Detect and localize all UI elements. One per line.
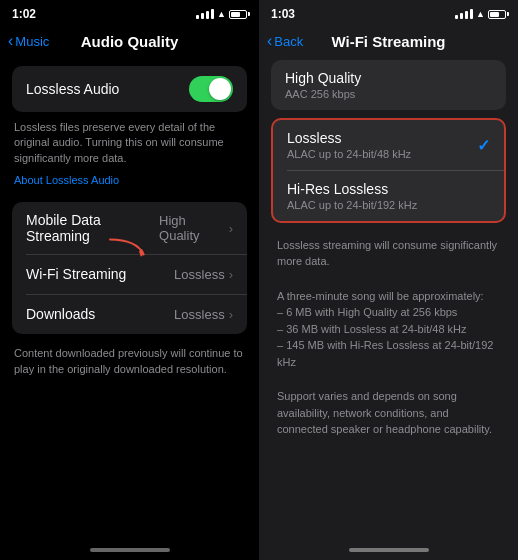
status-bar-left: 1:02 ▲ [0, 0, 259, 24]
nav-bar-left: ‹ Music Audio Quality [0, 24, 259, 60]
lossless-audio-row[interactable]: Lossless Audio [12, 66, 247, 112]
downloads-chevron: › [229, 307, 233, 322]
lossless-link[interactable]: About Lossless Audio [0, 174, 259, 196]
back-button-right[interactable]: ‹ Back [267, 33, 303, 50]
downloads-value: Lossless [174, 307, 225, 322]
signal-icon-right [455, 9, 473, 19]
wifi-streaming-value: Lossless [174, 267, 225, 282]
wifi-streaming-chevron: › [229, 267, 233, 282]
high-quality-name: High Quality [285, 70, 361, 86]
wifi-icon-left: ▲ [217, 9, 226, 19]
mobile-data-label: Mobile Data Streaming [26, 212, 159, 244]
wifi-streaming-right: Lossless › [174, 267, 233, 282]
battery-icon-left [229, 10, 247, 19]
nav-bar-right: ‹ Back Wi-Fi Streaming [259, 24, 518, 60]
info-block: Lossless streaming will consume signific… [271, 231, 506, 446]
footer-description: Content downloaded previously will conti… [0, 340, 259, 383]
lossless-description: Lossless files preserve every detail of … [0, 118, 259, 174]
lossless-row[interactable]: Lossless ALAC up to 24-bit/48 kHz ✓ [273, 120, 504, 170]
back-label-left: Music [15, 34, 49, 49]
right-content: High Quality AAC 256 kbps Lossless ALAC … [259, 60, 518, 540]
lossless-options-group: Lossless ALAC up to 24-bit/48 kHz ✓ Hi-R… [271, 118, 506, 223]
lossless-checkmark: ✓ [477, 136, 490, 155]
right-panel: 1:03 ▲ ‹ Back Wi-Fi Streaming [259, 0, 518, 560]
mobile-data-row[interactable]: Mobile Data Streaming High Quality › [12, 202, 247, 254]
status-icons-right: ▲ [455, 9, 506, 19]
settings-menu: Mobile Data Streaming High Quality › Wi-… [12, 202, 247, 334]
high-quality-sub: AAC 256 kbps [285, 88, 361, 100]
hires-lossless-row[interactable]: Hi-Res Lossless ALAC up to 24-bit/192 kH… [273, 171, 504, 221]
status-icons-left: ▲ [196, 9, 247, 19]
back-button-left[interactable]: ‹ Music [8, 33, 49, 50]
hires-name: Hi-Res Lossless [287, 181, 417, 197]
info-line-4: – 36 MB with Lossless at 24-bit/48 kHz [275, 321, 502, 338]
toggle-knob [209, 78, 231, 100]
time-left: 1:02 [12, 7, 36, 21]
back-chevron-right: ‹ [267, 32, 272, 50]
downloads-row[interactable]: Downloads Lossless › [12, 294, 247, 334]
downloads-right: Lossless › [174, 307, 233, 322]
info-line-6: Support varies and depends on song avail… [275, 388, 502, 438]
lossless-sub: ALAC up to 24-bit/48 kHz [287, 148, 411, 160]
battery-icon-right [488, 10, 506, 19]
info-line-3: – 6 MB with High Quality at 256 kbps [275, 304, 502, 321]
home-indicator-right [259, 540, 518, 560]
wifi-streaming-label: Wi-Fi Streaming [26, 266, 126, 282]
signal-icon [196, 9, 214, 19]
high-quality-option[interactable]: High Quality AAC 256 kbps [271, 60, 506, 110]
info-line-1: Lossless streaming will consume signific… [275, 237, 502, 270]
mobile-data-right: High Quality › [159, 213, 233, 243]
high-quality-row[interactable]: High Quality AAC 256 kbps [271, 60, 506, 110]
home-indicator-left [0, 540, 259, 560]
lossless-audio-section: Lossless Audio [12, 66, 247, 112]
back-chevron-left: ‹ [8, 32, 13, 50]
lossless-audio-toggle[interactable] [189, 76, 233, 102]
mobile-data-value: High Quality [159, 213, 225, 243]
status-bar-right: 1:03 ▲ [259, 0, 518, 24]
info-line-5: – 145 MB with Hi-Res Lossless at 24-bit/… [275, 337, 502, 370]
page-title-left: Audio Quality [81, 33, 179, 50]
wifi-streaming-row[interactable]: Wi-Fi Streaming Lossless › [12, 254, 247, 294]
lossless-name: Lossless [287, 130, 411, 146]
back-label-right: Back [274, 34, 303, 49]
left-panel: 1:02 ▲ ‹ Music Audio Quality Lossless Au… [0, 0, 259, 560]
info-line-2: A three-minute song will be approximatel… [275, 288, 502, 305]
lossless-audio-label: Lossless Audio [26, 81, 119, 97]
wifi-icon-right: ▲ [476, 9, 485, 19]
hires-sub: ALAC up to 24-bit/192 kHz [287, 199, 417, 211]
page-title-right: Wi-Fi Streaming [331, 33, 445, 50]
mobile-data-chevron: › [229, 221, 233, 236]
downloads-label: Downloads [26, 306, 95, 322]
time-right: 1:03 [271, 7, 295, 21]
